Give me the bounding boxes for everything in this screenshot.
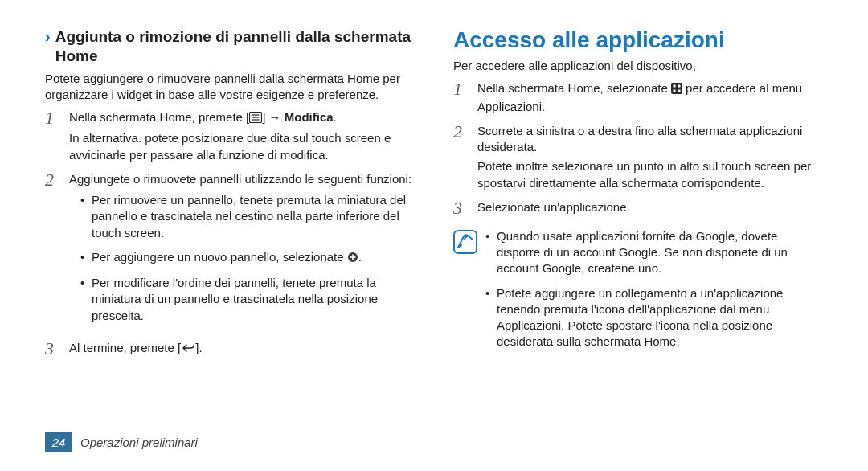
chevron-right-icon: ›: [45, 27, 51, 45]
bullet-item: Per modificare l'ordine dei pannelli, te…: [80, 275, 415, 324]
right-step-1: 1 Nella schermata Home, selezionate per …: [453, 80, 823, 115]
right-intro-paragraph: Per accedere alle applicazioni del dispo…: [453, 58, 823, 74]
step-body: Al termine, premete [].: [69, 340, 415, 358]
step-body: Scorrete a sinistra o a destra fino alla…: [477, 123, 823, 191]
r-step2-extra: Potete inoltre selezionare un punto in a…: [477, 158, 823, 191]
page-number: 24: [45, 432, 72, 452]
left-step-2: 2 Aggiungete o rimuovete pannelli utiliz…: [45, 171, 415, 332]
note-block: Quando usate applicazioni fornite da Goo…: [453, 228, 823, 358]
left-sub-heading: › Aggiunta o rimozione di pannelli dalla…: [45, 27, 415, 66]
step3-a: Al termine, premete [: [69, 341, 181, 354]
left-column: › Aggiunta o rimozione di pannelli dalla…: [45, 27, 415, 432]
right-step-2: 2 Scorrete a sinistra o a destra fino al…: [453, 123, 823, 191]
left-step-1: 1 Nella schermata Home, premete [] → Mod…: [45, 109, 415, 163]
r-step2: Scorrete a sinistra o a destra fino alla…: [477, 124, 802, 154]
two-column-layout: › Aggiunta o rimozione di pannelli dalla…: [45, 27, 823, 432]
svg-rect-8: [673, 85, 675, 88]
note-item: Quando usate applicazioni fornite da Goo…: [485, 228, 823, 277]
bullet-item: Per aggiungere un nuovo pannello, selezi…: [80, 249, 415, 267]
step-number: 3: [453, 199, 468, 217]
step-body: Nella schermata Home, premete [] → Modif…: [69, 109, 415, 163]
step-number: 1: [453, 80, 468, 115]
right-column: Accesso alle applicazioni Per accedere a…: [453, 27, 823, 432]
svg-rect-11: [678, 90, 680, 92]
step-number: 2: [45, 171, 59, 332]
left-step-3: 3 Al termine, premete [].: [45, 340, 415, 358]
left-bullets: Per rimuovere un pannello, tenete premut…: [69, 192, 415, 324]
plus-circle-icon: [347, 251, 358, 267]
bullet2-a: Per aggiungere un nuovo pannello, selezi…: [92, 250, 347, 264]
left-heading-text: Aggiunta o rimozione di pannelli dalla s…: [55, 27, 415, 66]
step1-modifica: Modifica: [285, 110, 334, 124]
footer-section-label: Operazioni preliminari: [80, 436, 198, 449]
step1-text-d: .: [334, 110, 337, 124]
step-body: Nella schermata Home, selezionate per ac…: [477, 80, 823, 115]
note-info-icon: [453, 243, 477, 256]
step1-text-b: ] →: [262, 110, 285, 124]
right-step-3: 3 Selezionate un'applicazione.: [453, 199, 823, 217]
step-number: 1: [45, 109, 59, 163]
note-icon-wrap: [453, 228, 477, 358]
apps-grid-icon: [671, 82, 682, 98]
step2-text: Aggiungete o rimuovete pannelli utilizza…: [69, 172, 411, 186]
step-number: 3: [45, 340, 59, 358]
svg-rect-9: [678, 85, 680, 88]
r-step1-a: Nella schermata Home, selezionate: [477, 81, 671, 95]
page-footer: 24 Operazioni preliminari: [45, 432, 823, 452]
note-item: Potete aggiungere un collegamento a un'a…: [485, 285, 823, 350]
note-bullets: Quando usate applicazioni fornite da Goo…: [485, 228, 823, 358]
svg-rect-10: [673, 90, 675, 92]
left-intro-paragraph: Potete aggiungere o rimuovere pannelli d…: [45, 71, 415, 104]
step-body: Selezionate un'applicazione.: [477, 199, 823, 217]
step-number: 2: [453, 123, 468, 191]
svg-rect-12: [454, 231, 477, 253]
back-icon: [181, 342, 195, 358]
bullet-item: Per rimuovere un pannello, tenete premut…: [80, 192, 415, 241]
step1-text-a: Nella schermata Home, premete [: [69, 110, 249, 124]
svg-rect-7: [671, 83, 682, 94]
right-main-heading: Accesso alle applicazioni: [453, 27, 823, 53]
menu-icon: [249, 111, 262, 127]
step1-extra: In alternativa. potete posizionare due d…: [69, 130, 415, 163]
document-page: › Aggiunta o rimozione di pannelli dalla…: [0, 0, 868, 471]
step3-b: ].: [195, 341, 202, 354]
right-steps-list: 1 Nella schermata Home, selezionate per …: [453, 80, 823, 225]
bullet2-b: .: [358, 250, 362, 264]
step-body: Aggiungete o rimuovete pannelli utilizza…: [69, 171, 415, 332]
left-steps-list: 1 Nella schermata Home, premete [] → Mod…: [45, 109, 415, 366]
